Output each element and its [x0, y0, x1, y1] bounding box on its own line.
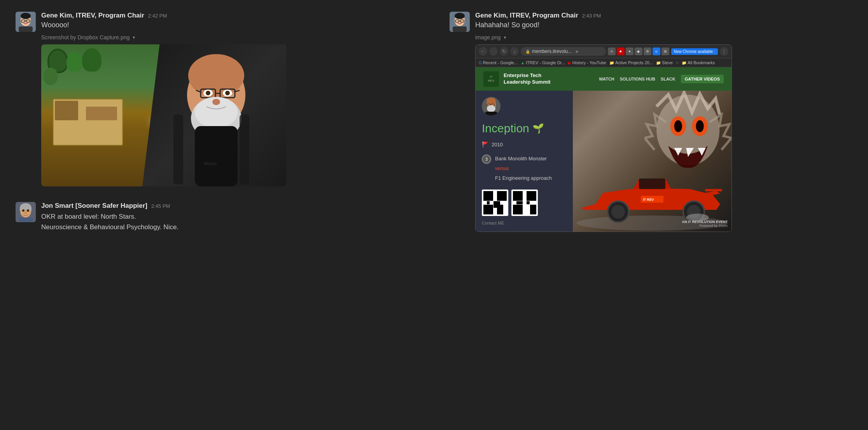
right-column: Gene Kim, ITREV, Program Chair 2:43 PM H…	[434, 0, 868, 430]
website-content: ITREV Enterprise Tech Leadership Summit …	[476, 67, 732, 232]
back-btn[interactable]: ←	[479, 47, 487, 56]
site-nav: WATCH SOLUTIONS HUB SLACK GATHER VIDEOS	[599, 75, 724, 83]
bookmark-projects[interactable]: 📁 Active Projects 20...	[609, 60, 653, 65]
nav-gather[interactable]: GATHER VIDEOS	[681, 75, 724, 83]
svg-point-36	[455, 13, 465, 19]
message-1: Gene Kim, ITREV, Program Chair 2:42 PM W…	[16, 12, 418, 186]
message-2-header: Gene Kim, ITREV, Program Chair 2:43 PM H…	[450, 12, 852, 32]
bookmark-youtube[interactable]: ▶ History - YouTube	[568, 60, 606, 65]
browser-nav-bar: ← → ↻ ⌂ 🔒 members.itrevolu... ★ A	[476, 45, 732, 58]
message-3-header: Jon Smart [Sooner Safer Happier] 2:45 PM…	[16, 202, 418, 232]
nav-slack[interactable]: SLACK	[661, 77, 676, 81]
bookmark-itrev[interactable]: ▲ ITREV - Google Dr...	[521, 60, 565, 65]
ext-icon-2: ■	[617, 47, 625, 55]
message-2-meta: Gene Kim, ITREV, Program Chair 2:43 PM H…	[475, 12, 601, 29]
bookmark-steve[interactable]: 📁 Steve	[656, 60, 673, 65]
svg-rect-48	[485, 112, 497, 116]
svg-rect-24	[240, 114, 249, 184]
message-2-body: image.png ▼ ← → ↻ ⌂ 🔒 members.itrevo	[475, 34, 852, 232]
ext-icon-1: A	[608, 47, 616, 55]
svg-point-27	[20, 203, 31, 210]
svg-rect-33	[19, 218, 33, 222]
browser-extensions: A ■ ● ◆ ⚙ G ⊞	[608, 47, 669, 55]
nav-solutions[interactable]: SOLUTIONS HUB	[620, 77, 655, 81]
svg-point-47	[487, 105, 495, 112]
message-2-time: 2:43 PM	[582, 13, 601, 19]
comparison-text: Bank Monolith Monster versus F1 Engineer…	[495, 154, 552, 183]
person-silhouette: Mizuno	[142, 44, 278, 186]
left-column: Gene Kim, ITREV, Program Chair 2:42 PM W…	[0, 0, 434, 430]
message-3-time: 2:45 PM	[151, 203, 170, 209]
svg-rect-29	[30, 207, 32, 211]
inception-title: Inception 🌱	[482, 122, 567, 135]
dropdown-arrow-2: ▼	[503, 35, 507, 40]
browser-screenshot-container[interactable]: ← → ↻ ⌂ 🔒 members.itrevolu... ★ A	[475, 44, 732, 232]
bookmark-all[interactable]: 📁 All Bookmarks	[682, 60, 715, 65]
svg-point-2	[21, 13, 31, 19]
message-1-header: Gene Kim, ITREV, Program Chair 2:42 PM W…	[16, 12, 418, 32]
qr-code-1	[482, 190, 508, 216]
svg-rect-21	[195, 126, 238, 186]
svg-rect-60	[705, 189, 722, 191]
svg-rect-6	[19, 26, 33, 32]
step-number-circle: 3	[482, 154, 491, 164]
ext-icon-3: ●	[626, 47, 634, 55]
dropdown-arrow-1: ▼	[132, 35, 136, 40]
bookmarks-bar: G Recent - Google... ▲ ITREV - Google Dr…	[476, 58, 732, 67]
presenter-thumbnail	[482, 97, 500, 116]
year-2010: 🚩 2010	[482, 141, 567, 147]
game-screenshot-image[interactable]: Mizuno	[41, 44, 286, 186]
step-comparison: 3 Bank Monolith Monster versus F1 Engine…	[482, 154, 567, 183]
message-2-text: Hahahaha! So good!	[475, 21, 601, 29]
url-bar[interactable]: 🔒 members.itrevolu... ★	[521, 47, 606, 56]
message-1-text: Wooooo!	[41, 21, 167, 29]
ext-icon-4: ◆	[635, 47, 642, 55]
svg-point-62	[611, 205, 625, 219]
svg-point-32	[24, 212, 27, 214]
nav-watch[interactable]: WATCH	[599, 77, 614, 81]
ext-icon-7: ⊞	[662, 47, 669, 55]
chrome-menu-btn[interactable]: ⋮	[720, 47, 728, 56]
svg-point-31	[27, 209, 29, 212]
contact-label: Contact ME	[482, 221, 567, 225]
ext-icon-5: ⚙	[644, 47, 651, 55]
summit-logo: ITREV	[483, 71, 499, 87]
home-btn[interactable]: ⌂	[510, 47, 519, 56]
svg-rect-23	[173, 114, 183, 184]
gene-avatar-svg-1	[16, 12, 36, 32]
slide-area: Inception 🌱 🚩 2010	[476, 91, 732, 232]
jon-avatar-svg	[16, 202, 36, 222]
site-header: ITREV Enterprise Tech Leadership Summit …	[476, 67, 732, 91]
svg-point-53	[696, 120, 704, 132]
svg-text:Mizuno: Mizuno	[204, 161, 217, 166]
svg-rect-28	[20, 207, 22, 211]
message-1-body: Screenshot by Dropbox Capture.png ▼	[41, 34, 418, 186]
avatar-gene-1	[16, 12, 36, 32]
svg-point-16	[206, 91, 210, 95]
svg-rect-40	[453, 26, 467, 32]
bookmark-recent[interactable]: G Recent - Google...	[479, 60, 518, 65]
avatar-gene-2	[450, 12, 470, 32]
forward-btn[interactable]: →	[489, 47, 498, 56]
message-3: Jon Smart [Sooner Safer Happier] 2:45 PM…	[16, 202, 418, 235]
new-chrome-btn[interactable]: New Chrome available :	[671, 48, 718, 55]
svg-point-30	[22, 209, 24, 212]
slide-left-panel: Inception 🌱 🚩 2010	[476, 91, 573, 232]
message-1-author: Gene Kim, ITREV, Program Chair	[41, 12, 144, 19]
svg-rect-58	[639, 179, 665, 189]
message-2-author: Gene Kim, ITREV, Program Chair	[475, 12, 578, 19]
attachment-2-label[interactable]: image.png ▼	[475, 34, 852, 40]
svg-rect-59	[582, 207, 603, 209]
qr-code-2	[511, 190, 538, 216]
message-2: Gene Kim, ITREV, Program Chair 2:43 PM H…	[450, 12, 852, 232]
leaf-icon: 🌱	[532, 123, 544, 134]
message-1-time: 2:42 PM	[148, 13, 167, 19]
attachment-1-label[interactable]: Screenshot by Dropbox Capture.png ▼	[41, 34, 418, 40]
revolution-badge: AN IT REVOLUTION EVENT Powered by Zoom	[682, 220, 728, 228]
avatar-jon	[16, 202, 36, 222]
refresh-btn[interactable]: ↻	[500, 47, 508, 56]
svg-text:IT REV: IT REV	[643, 198, 654, 202]
svg-point-20	[212, 99, 220, 105]
message-3-text: OKR at board level: North Stars. Neurosc…	[41, 211, 178, 232]
svg-point-52	[674, 120, 682, 132]
